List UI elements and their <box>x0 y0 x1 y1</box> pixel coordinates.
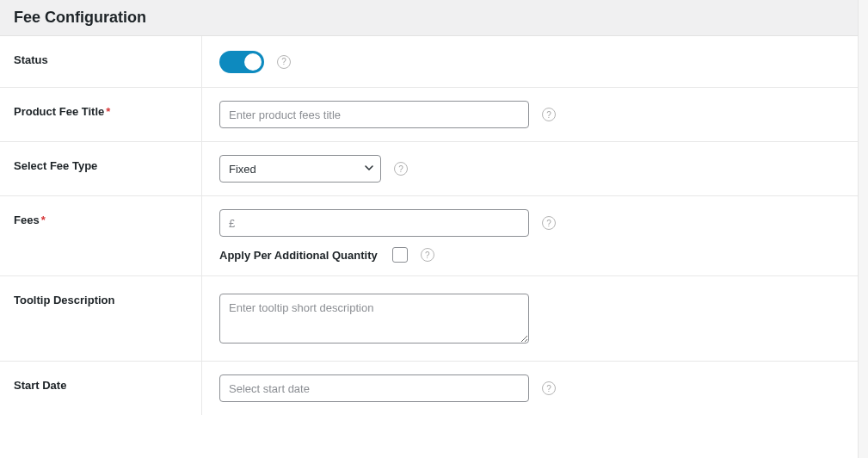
control-line: ? <box>219 51 851 73</box>
page-title: Fee Configuration <box>14 9 854 27</box>
control-cell <box>202 276 868 361</box>
label-text: Fees <box>14 214 40 226</box>
control-cell: ? <box>202 88 868 141</box>
fees-input[interactable] <box>219 209 529 237</box>
control-line: ? <box>219 374 851 402</box>
tooltip-description-label: Tooltip Description <box>14 294 114 306</box>
required-mark: * <box>106 105 110 118</box>
row-status: Status ? <box>0 36 868 88</box>
label-cell: Tooltip Description <box>0 276 202 361</box>
product-fee-title-label: Product Fee Title* <box>14 105 110 118</box>
row-start-date: Start Date ? <box>0 362 868 415</box>
help-icon[interactable]: ? <box>542 381 556 395</box>
row-product-fee-title: Product Fee Title* ? <box>0 88 868 142</box>
control-line: ? <box>219 101 851 128</box>
control-cell: ? <box>202 36 868 87</box>
required-mark: * <box>41 214 46 226</box>
help-icon[interactable]: ? <box>542 108 556 121</box>
status-label: Status <box>14 53 48 66</box>
row-fees: Fees* ? Apply Per Additional Quantity ? <box>0 196 868 276</box>
form-table: Status ? Product Fee Title* ? <box>0 36 868 415</box>
help-icon[interactable]: ? <box>421 248 434 262</box>
start-date-input[interactable] <box>219 374 529 402</box>
label-cell: Fees* <box>0 196 202 275</box>
help-icon[interactable]: ? <box>277 55 291 69</box>
scrollbar-track[interactable] <box>858 0 868 458</box>
status-toggle[interactable] <box>219 51 264 73</box>
control-cell: ? Apply Per Additional Quantity ? <box>202 196 868 275</box>
apply-per-qty-line: Apply Per Additional Quantity ? <box>219 247 851 263</box>
select-fee-type-label: Select Fee Type <box>14 159 97 172</box>
apply-per-qty-label: Apply Per Additional Quantity <box>219 249 378 262</box>
label-cell: Select Fee Type <box>0 142 202 195</box>
label-cell: Product Fee Title* <box>0 88 202 141</box>
help-icon[interactable]: ? <box>542 216 556 230</box>
label-cell: Start Date <box>0 362 202 415</box>
control-line: Fixed ? <box>219 155 851 183</box>
control-cell: ? <box>202 362 868 415</box>
label-cell: Status <box>0 36 202 87</box>
fees-label: Fees* <box>14 214 46 226</box>
label-text: Product Fee Title <box>14 105 104 118</box>
tooltip-description-input[interactable] <box>219 294 529 344</box>
control-line <box>219 294 851 344</box>
section-header: Fee Configuration <box>0 0 868 36</box>
row-tooltip-description: Tooltip Description <box>0 276 868 362</box>
select-wrap: Fixed <box>219 155 381 183</box>
toggle-knob <box>244 53 262 71</box>
control-cell: Fixed ? <box>202 142 868 195</box>
start-date-label: Start Date <box>14 379 66 392</box>
apply-per-qty-checkbox[interactable] <box>392 247 408 263</box>
product-fee-title-input[interactable] <box>219 101 529 128</box>
control-line: ? <box>219 209 851 237</box>
row-select-fee-type: Select Fee Type Fixed ? <box>0 142 868 196</box>
fee-type-select[interactable]: Fixed <box>219 155 381 183</box>
help-icon[interactable]: ? <box>394 162 408 176</box>
